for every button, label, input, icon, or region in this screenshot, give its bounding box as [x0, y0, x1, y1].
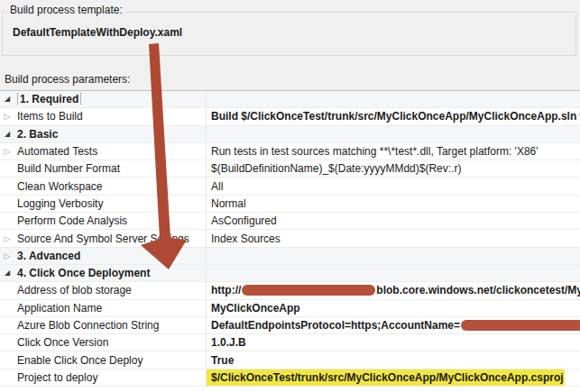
build-process-parameters-label: Build process parameters:	[5, 73, 130, 86]
param-value[interactable]: Index Sources	[206, 230, 580, 246]
grid-row-category[interactable]: ◢1. Required	[0, 91, 580, 108]
param-value	[206, 126, 580, 142]
param-value[interactable]: DefaultEndpointsProtocol=https;AccountNa…	[206, 317, 580, 333]
grid-row[interactable]: Perform Code AnalysisAsConfigured	[0, 213, 580, 230]
param-value[interactable]: $(BuildDefinitionName)_$(Date:yyyyMMdd)$…	[206, 160, 580, 177]
grid-row[interactable]: ▷Items to BuildBuild $/ClickOnceTest/tru…	[0, 108, 580, 125]
param-value[interactable]: Normal	[206, 196, 580, 212]
param-name: 4. Click Once Deployment	[14, 267, 206, 279]
param-value	[206, 265, 580, 281]
redaction-mark	[461, 320, 580, 331]
param-name: Perform Code Analysis	[14, 214, 206, 227]
param-value[interactable]: $/ClickOnceTest/trunk/src/MyClickOnceApp…	[206, 369, 580, 386]
build-parameters-grid: ◢1. Required▷Items to BuildBuild $/Click…	[0, 90, 580, 392]
param-value	[206, 91, 580, 107]
param-name: Clean Workspace	[14, 180, 206, 193]
param-value[interactable]: All	[206, 178, 580, 194]
param-name: Source And Symbol Server Settings	[14, 232, 206, 245]
param-value[interactable]: True	[206, 351, 580, 368]
param-name: Enable Click Once Deploy	[14, 354, 206, 367]
param-name: Azure Blob Connection String	[14, 319, 206, 332]
expander-expanded-icon[interactable]: ◢	[0, 91, 14, 107]
param-name: Build Number Format	[14, 162, 206, 175]
param-name: Logging Verbosity	[14, 197, 206, 210]
param-value[interactable]: Build $/ClickOnceTest/trunk/src/MyClickO…	[206, 108, 580, 124]
expander-expanded-icon[interactable]: ◢	[0, 265, 14, 281]
param-name: Address of blob storage	[14, 284, 206, 296]
grid-row[interactable]: Clean WorkspaceAll	[0, 178, 580, 195]
param-name: Items to Build	[14, 110, 206, 123]
grid-row[interactable]: Azure Blob Connection StringDefaultEndpo…	[0, 317, 580, 334]
param-name: Automated Tests	[14, 145, 206, 158]
expander-collapsed-icon[interactable]: ▷	[0, 143, 14, 160]
grid-row[interactable]: Application NameMyClickOnceApp	[0, 300, 580, 317]
expander-collapsed-icon[interactable]: ▷	[0, 231, 14, 247]
grid-row[interactable]: Build Number Format$(BuildDefinitionName…	[0, 160, 580, 178]
grid-row[interactable]: ▷Automated TestsRun tests in test source…	[0, 143, 580, 160]
param-value[interactable]: Run tests in test sources matching **\*t…	[206, 143, 580, 160]
expander-collapsed-icon[interactable]: ▷	[0, 248, 14, 264]
param-value	[206, 248, 580, 264]
grid-row-category[interactable]: ◢4. Click Once Deployment	[0, 265, 580, 282]
param-name: 2. Basic	[14, 128, 206, 141]
grid-row[interactable]: Enable Click Once DeployTrue	[0, 351, 580, 369]
grid-row[interactable]: Project to deploy$/ClickOnceTest/trunk/s…	[0, 369, 580, 387]
build-process-template-label: Build process template:	[6, 4, 126, 16]
param-name: 3. Advanced	[14, 250, 206, 262]
param-name: Project to deploy	[14, 371, 206, 384]
redaction-mark	[242, 285, 375, 296]
param-name: Application Name	[14, 302, 206, 315]
param-value[interactable]: MyClickOnceApp	[206, 300, 580, 316]
grid-row-category[interactable]: ▷3. Advanced	[0, 248, 580, 265]
param-value[interactable]: http://blob.core.windows.net/clickoncete…	[206, 282, 580, 298]
grid-row[interactable]: Address of blob storagehttp://blob.core.…	[0, 282, 580, 299]
grid-row[interactable]: Click Once Version1.0.J.B	[0, 334, 580, 351]
expander-expanded-icon[interactable]: ◢	[0, 126, 14, 142]
grid-row-category[interactable]: ◢2. Basic	[0, 126, 580, 143]
template-name: DefaultTemplateWithDeploy.xaml	[13, 26, 182, 39]
expander-collapsed-icon[interactable]: ▷	[0, 108, 14, 124]
param-value[interactable]: 1.0.J.B	[206, 334, 580, 351]
param-name: Click Once Version	[14, 336, 206, 349]
grid-row[interactable]: ▷Source And Symbol Server SettingsIndex …	[0, 230, 580, 247]
grid-row[interactable]: Logging VerbosityNormal	[0, 196, 580, 213]
param-value[interactable]: AsConfigured	[206, 213, 580, 229]
param-name: 1. Required	[14, 93, 206, 105]
